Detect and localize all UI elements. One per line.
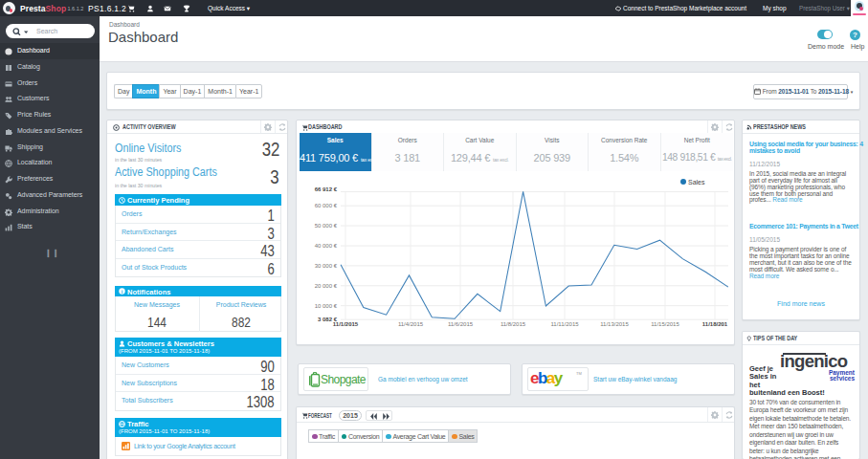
svg-text:20 000 €: 20 000 €	[315, 283, 338, 289]
svg-text:60 000 €: 60 000 €	[315, 203, 338, 208]
svg-text:11/15/2015: 11/15/2015	[651, 321, 679, 327]
svg-text:30 000 €: 30 000 €	[315, 263, 338, 269]
svg-text:11/18/201: 11/18/201	[702, 321, 728, 327]
svg-text:11/1/2015: 11/1/2015	[333, 321, 359, 327]
svg-text:50 000 €: 50 000 €	[315, 223, 338, 229]
svg-text:11/8/2015: 11/8/2015	[501, 321, 526, 327]
svg-text:11/4/2015: 11/4/2015	[398, 321, 424, 327]
svg-text:40 000 €: 40 000 €	[315, 243, 338, 249]
svg-text:Sales: Sales	[688, 179, 705, 186]
svg-text:10 000 €: 10 000 €	[315, 303, 338, 309]
svg-text:11/6/2015: 11/6/2015	[448, 321, 474, 327]
svg-text:11/13/2015: 11/13/2015	[600, 321, 629, 327]
svg-text:11/11/2015: 11/11/2015	[550, 321, 579, 327]
svg-text:66 912 €: 66 912 €	[315, 186, 338, 192]
